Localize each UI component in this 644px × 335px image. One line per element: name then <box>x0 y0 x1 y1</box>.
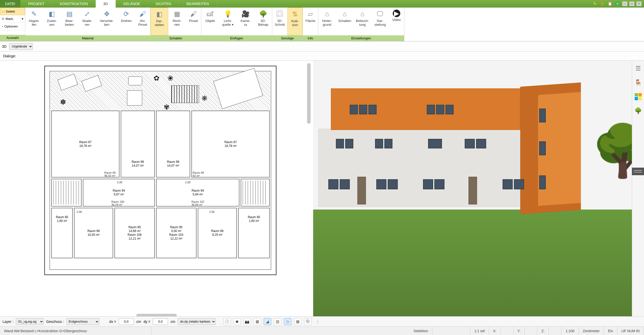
menu-datei[interactable]: DATEI <box>0 0 20 8</box>
slope-tool-icon[interactable]: ◢ <box>264 318 271 325</box>
sidebar-layers-icon[interactable]: ☰ <box>634 64 642 73</box>
schatten-set-label: Schatten <box>338 19 351 23</box>
room-97-right[interactable]: Raum 9718,78 m² <box>191 111 270 177</box>
floorplan-pane[interactable]: ✽ ✿ ❀ ❋ ✾ Raum 9718,78 m² Raum 9718,78 m… <box>0 61 313 317</box>
hintergrund-button[interactable]: ⌂Hinter-grund <box>318 8 336 35</box>
kollision-button[interactable]: ⇅Kolli-sion <box>287 8 303 35</box>
win-l8 <box>514 179 524 189</box>
scale-icon: ⤢ <box>83 10 91 18</box>
record-tool-icon[interactable]: ⏺ <box>233 318 241 325</box>
layers-tool-icon[interactable]: ▦ <box>254 318 261 325</box>
clipboard-icon[interactable]: 📋 <box>607 1 613 7</box>
wand-icon[interactable]: ✎ <box>592 1 598 7</box>
snapshot-tool-icon[interactable]: 📷 <box>243 318 251 325</box>
flaeche-button[interactable]: ▱Fläche <box>303 8 318 35</box>
plant-4-icon: ❋ <box>202 94 207 102</box>
kamera-button[interactable]: 🎥Kame-ra <box>237 8 254 35</box>
skalieren-button[interactable]: ⤢Skalie-ren <box>78 8 96 35</box>
beleuchtung-label: Beleuch-tung <box>356 19 369 27</box>
layers-small-icon[interactable]: ▥ <box>600 1 605 7</box>
room-95-left[interactable]: Raum 9514,66 m²Raum 10812,21 m² <box>114 208 155 258</box>
collision-icon: ⇅ <box>291 10 299 18</box>
menu-gelaende[interactable]: GELÄNDE <box>116 0 148 8</box>
hin-pinsel-button[interactable]: 🖌Hin.Pinsel <box>135 8 150 35</box>
darstellen-button[interactable]: ◧Dar-stellen <box>151 8 168 35</box>
drehen-button[interactable]: ⟳Drehen <box>117 8 135 35</box>
coord-mode-select[interactable]: dx,dy (relativ kartesisch) <box>178 318 216 325</box>
geschoss-select[interactable]: Erdgeschoss <box>66 318 99 325</box>
optionen-label: Optionen <box>5 24 18 28</box>
room-97-left[interactable]: Raum 9718,78 m² <box>51 111 119 177</box>
room-89-left-label: Raum 8946,42 m² <box>104 171 116 177</box>
grid-tool-icon[interactable]: ▦ <box>294 318 302 325</box>
selekt-label: Selekt <box>6 10 15 13</box>
menu-projekt[interactable]: PROJEKT <box>20 0 52 8</box>
room-96-right[interactable]: Raum 9614,07 m² <box>156 111 190 177</box>
rechnen-button[interactable]: ▦Rech-nen <box>168 8 186 35</box>
north-tool-icon[interactable]: Ⓝ <box>304 318 312 325</box>
menu-bearbeiten[interactable]: BEARBEITEN <box>179 0 217 8</box>
room-95-right[interactable]: Raum 950,00 m²Raum 10312,22 m² <box>156 208 196 258</box>
sidebar-drag-handle[interactable] <box>632 168 644 175</box>
beleuchtung-button[interactable]: ⌂Beleuch-tung <box>354 8 371 35</box>
menu-konstruktion[interactable]: KONSTRUKTION <box>52 0 96 8</box>
status-scale: 1:100 <box>561 327 579 335</box>
zuweisen-button[interactable]: ◧Zuwei-sen <box>43 8 61 35</box>
einfuegen-group-label: Einfügen <box>201 35 272 41</box>
optionen-button[interactable]: +Optionen <box>0 23 25 30</box>
clock-tool-icon[interactable]: 🕑 <box>223 318 231 325</box>
close-button[interactable]: × <box>636 2 641 6</box>
win-u6 <box>445 105 454 114</box>
darstellung-button[interactable]: 🖵Dar-stellung <box>371 8 389 35</box>
objekt-button[interactable]: 🛋Objekt <box>201 8 219 35</box>
door-1 <box>357 177 366 204</box>
sidebar-chair-icon[interactable]: 🪑 <box>634 78 642 87</box>
maximize-button[interactable]: □ <box>629 2 634 6</box>
room-90-left[interactable]: Raum 901,60 m² <box>51 208 73 258</box>
pinsel-button[interactable]: 🖌Pinsel <box>186 8 201 35</box>
menu-sichten[interactable]: SICHTEN <box>148 0 179 8</box>
stair-right-room[interactable] <box>241 179 270 207</box>
room-96-left[interactable]: Raum 9614,07 m² <box>121 111 155 177</box>
einstellungen-group-label: Einstellungen <box>318 35 404 41</box>
room-98-right[interactable]: Raum 988,25 m² <box>198 208 237 258</box>
sidebar-tree-icon[interactable]: 🌳 <box>634 107 642 115</box>
hatch-tool-icon[interactable]: ▨ <box>274 318 281 325</box>
schatten-set-button[interactable]: ⌂Schatten <box>336 8 354 35</box>
3d-scene[interactable]: 🌳 <box>313 61 644 317</box>
vertical-scrollbar[interactable] <box>307 63 311 124</box>
help-icon[interactable]: ? <box>615 1 620 7</box>
menu-3d[interactable]: 3D <box>96 0 116 8</box>
status-numlock: UF NUM RI <box>617 327 644 335</box>
floorplan-drawing[interactable]: ✽ ✿ ❀ ❋ ✾ Raum 9718,78 m² Raum 9718,78 m… <box>44 66 277 275</box>
room-98-left[interactable]: Raum 9810,93 m² <box>74 208 113 258</box>
room-90-right[interactable]: Raum 901,60 m² <box>238 208 270 258</box>
status-snap: Ein <box>604 327 617 335</box>
layer-select[interactable]: 01_ug,eg,og <box>16 318 44 325</box>
3d-schnitt-button[interactable]: ⿴3D-Schnitt <box>272 8 287 35</box>
more-tools-icon[interactable]: ⋮ <box>314 318 322 325</box>
stair-left-room[interactable] <box>51 179 82 207</box>
selekt-button[interactable]: ▭Selekt <box>0 8 25 15</box>
sidebar-colors-icon[interactable] <box>634 92 642 101</box>
3d-bitmap-button[interactable]: 🌳3D-Bitmap <box>254 8 272 35</box>
video-button[interactable]: ▶Video <box>389 8 404 35</box>
house-light-icon: ⌂ <box>358 10 367 18</box>
status-selektion: Selektion <box>409 327 432 335</box>
dy-input[interactable] <box>153 318 168 325</box>
diamond-tool-icon[interactable]: ◇ <box>284 318 291 325</box>
sofa-small <box>128 76 142 85</box>
bench-set <box>171 85 199 103</box>
plant-1-icon: ✽ <box>60 98 66 106</box>
abgreifen-button[interactable]: ✎Abgrei-fen <box>25 8 43 35</box>
mark-button[interactable]: ⚙Mark.▾ <box>0 15 25 23</box>
dx-input[interactable] <box>119 318 134 325</box>
verschieben-button[interactable]: ✥Verschie-ben <box>96 8 117 35</box>
terrain-dropdown[interactable]: Urgelände <box>9 43 33 50</box>
bearbeiten-button[interactable]: ▤Bear-beiten <box>61 8 78 35</box>
schatten-group-label: Schatten <box>151 35 201 41</box>
3d-view-pane[interactable]: 🌳 <box>313 61 644 317</box>
minimize-button[interactable]: – <box>622 2 627 6</box>
dim-2-00-b: 2,00 <box>185 181 190 184</box>
lichtquelle-button[interactable]: 💡Licht-quelle ▾ <box>219 8 237 35</box>
